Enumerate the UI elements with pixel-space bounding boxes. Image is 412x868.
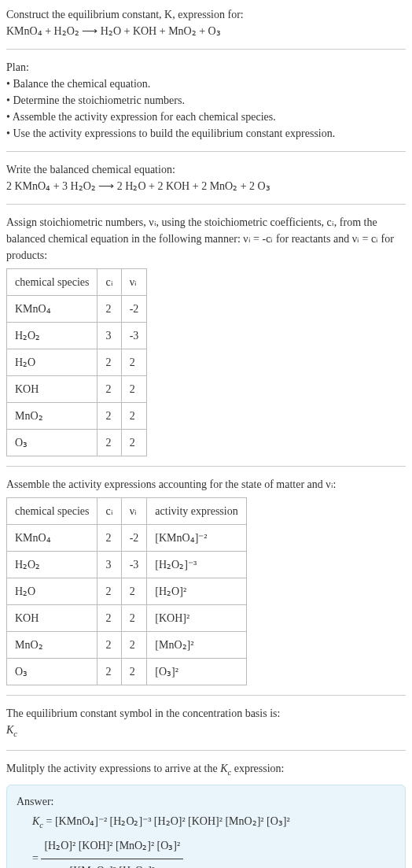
fraction: [H₂O]² [KOH]² [MnO₂]² [O₃]² [KMnO₄]² [H₂…: [41, 834, 183, 868]
cell: [H₂O]²: [147, 578, 246, 605]
plan-item: • Balance the chemical equation.: [6, 76, 406, 92]
cell: KOH: [7, 376, 97, 403]
cell: 2: [121, 376, 147, 403]
cell: 2: [97, 632, 121, 659]
table-header: cᵢ: [97, 269, 121, 296]
cell: -3: [121, 323, 147, 349]
balanced-section: Write the balanced chemical equation: 2 …: [6, 161, 406, 194]
table-row: O₃22: [7, 430, 147, 456]
cell: 2: [121, 632, 147, 659]
answer-line2: = [H₂O]² [KOH]² [MnO₂]² [O₃]² [KMnO₄]² […: [32, 834, 395, 868]
divider: [6, 204, 406, 205]
cell: KMnO₄: [7, 296, 97, 323]
cell: [H₂O₂]⁻³: [147, 552, 246, 578]
answer-box: Answer: Kc = K_c = [KMnO₄]⁻² [H₂O₂]⁻³ [H…: [6, 785, 406, 868]
cell: H₂O₂: [7, 552, 97, 578]
table-header: chemical species: [7, 498, 97, 525]
cell: 2: [97, 296, 121, 323]
symbol-line1: The equilibrium constant symbol in the c…: [6, 705, 406, 722]
plan-section: Plan: • Balance the chemical equation. •…: [6, 59, 406, 142]
table-row: O₃22[O₃]²: [7, 659, 247, 685]
table-row: H₂O₂3-3: [7, 323, 147, 349]
cell: KMnO₄: [7, 525, 97, 552]
intro-line1: Construct the equilibrium constant, K, e…: [6, 6, 406, 23]
equals: =: [32, 852, 39, 864]
divider: [6, 695, 406, 696]
assign-table: chemical species cᵢ νᵢ KMnO₄2-2 H₂O₂3-3 …: [6, 268, 147, 456]
cell: 2: [97, 430, 121, 456]
table-row: H₂O₂3-3[H₂O₂]⁻³: [7, 552, 247, 578]
cell: O₃: [7, 430, 97, 456]
table-row: H₂O22: [7, 349, 147, 376]
cell: 2: [121, 349, 147, 376]
table-header-row: chemical species cᵢ νᵢ activity expressi…: [7, 498, 247, 525]
answer-line1: Kc = K_c = [KMnO₄]⁻² [H₂O₂]⁻³ [H₂O]² [KO…: [32, 810, 395, 834]
cell: -2: [121, 525, 147, 552]
balanced-equation: 2 KMnO₄ + 3 H₂O₂ ⟶ 2 H₂O + 2 KOH + 2 MnO…: [6, 178, 406, 194]
symbol-line2: Kc: [6, 722, 406, 741]
cell: O₃: [7, 659, 97, 685]
cell: 2: [97, 659, 121, 685]
cell: 2: [121, 403, 147, 430]
cell: -2: [121, 296, 147, 323]
cell: [KOH]²: [147, 605, 246, 632]
cell: 2: [97, 349, 121, 376]
table-row: KMnO₄2-2[KMnO₄]⁻²: [7, 525, 247, 552]
plan-heading: Plan:: [6, 59, 406, 76]
assemble-table: chemical species cᵢ νᵢ activity expressi…: [6, 497, 247, 685]
cell: [MnO₂]²: [147, 632, 246, 659]
cell: H₂O: [7, 578, 97, 605]
cell: 2: [97, 578, 121, 605]
table-row: KOH22: [7, 376, 147, 403]
plan-item: • Use the activity expressions to build …: [6, 125, 406, 142]
cell: KOH: [7, 605, 97, 632]
cell: 2: [97, 605, 121, 632]
plan-item: • Determine the stoichiometric numbers.: [6, 92, 406, 109]
multiply-text: Mulitply the activity expressions to arr…: [6, 760, 406, 779]
table-row: KMnO₄2-2: [7, 296, 147, 323]
table-header: chemical species: [7, 269, 97, 296]
cell: MnO₂: [7, 632, 97, 659]
multiply-section: Mulitply the activity expressions to arr…: [6, 760, 406, 779]
answer-label: Answer:: [17, 793, 395, 810]
divider: [6, 49, 406, 50]
intro-equation: KMnO₄ + H₂O₂ ⟶ H₂O + KOH + MnO₂ + O₃: [6, 23, 406, 39]
table-row: MnO₂22: [7, 403, 147, 430]
fraction-denominator: [KMnO₄]² [H₂O₂]³: [41, 859, 183, 868]
intro-section: Construct the equilibrium constant, K, e…: [6, 6, 406, 39]
table-header: activity expression: [147, 498, 246, 525]
cell: 2: [97, 403, 121, 430]
symbol-section: The equilibrium constant symbol in the c…: [6, 705, 406, 741]
cell: [KMnO₄]⁻²: [147, 525, 246, 552]
cell: 2: [121, 605, 147, 632]
balanced-heading: Write the balanced chemical equation:: [6, 161, 406, 178]
cell: 2: [121, 578, 147, 605]
cell: 2: [121, 430, 147, 456]
cell: 2: [97, 525, 121, 552]
cell: [O₃]²: [147, 659, 246, 685]
divider: [6, 750, 406, 751]
assemble-section: Assemble the activity expressions accoun…: [6, 476, 406, 685]
cell: H₂O: [7, 349, 97, 376]
table-header: νᵢ: [121, 498, 147, 525]
cell: 2: [121, 659, 147, 685]
table-row: H₂O22[H₂O]²: [7, 578, 247, 605]
table-header: cᵢ: [97, 498, 121, 525]
cell: 2: [97, 376, 121, 403]
assign-text: Assign stoichiometric numbers, νᵢ, using…: [6, 214, 406, 264]
table-header-row: chemical species cᵢ νᵢ: [7, 269, 147, 296]
divider: [6, 151, 406, 152]
assign-section: Assign stoichiometric numbers, νᵢ, using…: [6, 214, 406, 456]
cell: MnO₂: [7, 403, 97, 430]
cell: -3: [121, 552, 147, 578]
plan-item: • Assemble the activity expression for e…: [6, 109, 406, 125]
table-row: MnO₂22[MnO₂]²: [7, 632, 247, 659]
cell: 3: [97, 552, 121, 578]
cell: 3: [97, 323, 121, 349]
fraction-numerator: [H₂O]² [KOH]² [MnO₂]² [O₃]²: [41, 834, 183, 859]
table-row: KOH22[KOH]²: [7, 605, 247, 632]
assemble-text: Assemble the activity expressions accoun…: [6, 476, 406, 493]
divider: [6, 466, 406, 467]
table-header: νᵢ: [121, 269, 147, 296]
cell: H₂O₂: [7, 323, 97, 349]
